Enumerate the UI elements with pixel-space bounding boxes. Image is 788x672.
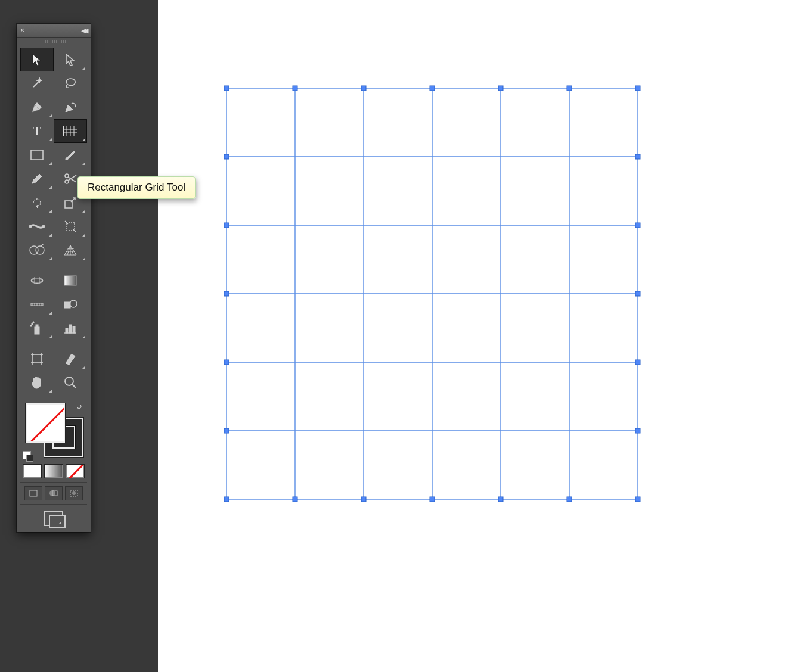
svg-rect-30 (66, 328, 68, 333)
selection-handle[interactable] (224, 497, 229, 502)
blend-tool[interactable] (54, 293, 87, 316)
svg-point-10 (29, 225, 32, 228)
fill-stroke-swatch[interactable]: ⤾ (21, 401, 86, 461)
lasso-tool[interactable] (54, 71, 87, 95)
selection-handle[interactable] (567, 497, 572, 502)
pen-icon (29, 99, 45, 116)
spray-icon (29, 320, 45, 337)
draw-behind[interactable] (45, 486, 63, 500)
svg-point-42 (65, 377, 73, 385)
free-transform-tool[interactable] (54, 214, 87, 238)
selection-handle[interactable] (498, 86, 503, 91)
rotate-tool[interactable] (20, 191, 54, 214)
tools-panel-header[interactable]: × ◀◀ (17, 24, 91, 38)
width-tool[interactable] (20, 214, 54, 238)
close-icon[interactable]: × (20, 27, 24, 34)
color-mode-row (17, 462, 91, 481)
flyout-indicator (82, 366, 85, 369)
divider (20, 482, 87, 483)
zoom-tool[interactable] (54, 371, 87, 394)
selection-handle[interactable] (224, 291, 229, 296)
selection-handle[interactable] (224, 86, 229, 91)
svg-rect-25 (36, 325, 38, 327)
cursor-outline-icon (62, 51, 79, 68)
flyout-indicator (49, 138, 52, 141)
pencil-tool[interactable] (20, 167, 54, 191)
perspective-grid-tool[interactable] (54, 238, 87, 262)
grid-object-selected[interactable] (224, 85, 641, 502)
direct-selection-tool[interactable] (54, 48, 87, 71)
shape-builder-tool[interactable] (20, 238, 54, 262)
collapse-panel-icon[interactable]: ◀◀ (81, 27, 86, 35)
rotate-icon (29, 194, 45, 211)
screen-mode-button[interactable] (44, 511, 63, 526)
free-transform-icon (62, 218, 79, 235)
symbol-sprayer-tool[interactable] (20, 316, 54, 340)
flyout-indicator (82, 210, 85, 213)
color-mode-solid[interactable] (23, 464, 42, 478)
selection-handle[interactable] (293, 497, 297, 502)
panel-drag-grip[interactable] (17, 38, 91, 45)
column-graph-tool[interactable] (54, 316, 87, 340)
flyout-indicator (58, 521, 61, 524)
swap-fill-stroke-icon[interactable]: ⤾ (76, 402, 83, 412)
flyout-indicator (82, 257, 85, 260)
color-mode-gradient[interactable] (44, 464, 63, 478)
fill-swatch[interactable] (26, 403, 65, 443)
magic-wand-tool[interactable] (20, 71, 54, 95)
selection-handle[interactable] (635, 291, 640, 296)
selection-handle[interactable] (224, 154, 229, 159)
selection-handle[interactable] (635, 154, 640, 159)
selection-handle[interactable] (635, 428, 640, 433)
color-mode-none[interactable] (66, 464, 85, 478)
selection-handle[interactable] (567, 86, 572, 91)
pen-tool[interactable] (20, 95, 54, 119)
flyout-indicator (49, 234, 52, 237)
curvature-pen-icon (62, 99, 79, 116)
shape-builder-icon (29, 242, 45, 259)
selection-handle[interactable] (635, 86, 640, 91)
type-icon: T (29, 123, 45, 139)
perspective-icon (62, 242, 79, 259)
selection-handle[interactable] (361, 497, 366, 502)
mesh-tool[interactable] (20, 269, 54, 293)
selection-handle[interactable] (361, 86, 366, 91)
selection-handle[interactable] (430, 86, 435, 91)
draw-inside[interactable] (65, 486, 83, 500)
svg-rect-44 (30, 490, 37, 496)
eyedropper-icon (29, 296, 45, 313)
grid-icon (62, 123, 79, 139)
selection-handle[interactable] (635, 360, 640, 365)
selection-handle[interactable] (224, 428, 229, 433)
rectangular-grid-tool[interactable] (54, 119, 87, 143)
selection-handle[interactable] (293, 86, 297, 91)
flyout-indicator (49, 114, 52, 117)
flyout-indicator (49, 335, 52, 338)
svg-rect-15 (64, 276, 76, 285)
draw-normal[interactable] (24, 486, 42, 500)
flyout-indicator (82, 162, 85, 165)
divider (20, 504, 87, 505)
flyout-indicator (82, 138, 85, 141)
selection-handle[interactable] (430, 497, 435, 502)
flyout-indicator (49, 257, 52, 260)
selection-handle[interactable] (635, 223, 640, 228)
eyedropper-tool[interactable] (20, 293, 54, 316)
selection-handle[interactable] (635, 497, 640, 502)
type-tool[interactable]: T (20, 119, 54, 143)
mesh-icon (29, 272, 45, 289)
selection-tool[interactable] (20, 48, 54, 71)
slice-tool[interactable] (54, 347, 87, 371)
paintbrush-tool[interactable] (54, 143, 87, 167)
selection-handle[interactable] (498, 497, 503, 502)
tools-panel: × ◀◀ (17, 24, 91, 532)
rectangle-tool[interactable] (20, 143, 54, 167)
artboard-tool[interactable] (20, 347, 54, 371)
default-fill-stroke-icon[interactable] (23, 451, 31, 459)
selection-handle[interactable] (224, 223, 229, 228)
curvature-tool[interactable] (54, 95, 87, 119)
hand-tool[interactable] (20, 371, 54, 394)
magic-wand-icon (29, 75, 45, 92)
selection-handle[interactable] (224, 360, 229, 365)
gradient-tool[interactable] (54, 269, 87, 293)
